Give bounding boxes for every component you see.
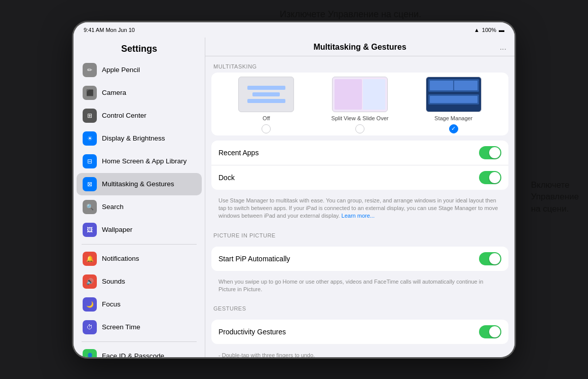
sidebar-label-multitasking: Multitasking & Gestures (102, 180, 174, 188)
panel-header: ... Multitasking & Gestures (205, 38, 514, 56)
battery-label: 100% (482, 27, 496, 33)
sidebar-item-camera[interactable]: ⬛Camera (77, 82, 202, 104)
preview-bar-1 (247, 86, 286, 90)
panel-menu-dots[interactable]: ... (500, 43, 506, 52)
sidebar-icon-home-screen: ⊟ (83, 154, 97, 168)
wifi-icon: ▲ (474, 27, 480, 33)
preview-bar-2 (252, 92, 280, 96)
sidebar-item-multitasking[interactable]: ⊠Multitasking & Gestures (77, 173, 202, 195)
panel-title: Multitasking & Gestures (213, 43, 506, 52)
sidebar-icon-face-id: 👤 (83, 349, 97, 357)
sidebar-label-face-id: Face ID & Passcode (102, 352, 164, 357)
dock-row: Dock (211, 165, 508, 190)
sidebar-item-display-brightness[interactable]: ☀Display & Brightness (77, 127, 202, 150)
sidebar-item-face-id[interactable]: 👤Face ID & Passcode (77, 345, 202, 357)
status-right: ▲ 100% ▬ (474, 27, 504, 33)
sidebar-icon-notifications: 🔔 (83, 252, 97, 266)
gestures-section-label: GESTURES (205, 298, 514, 315)
status-bar: 9:41 AM Mon Jun 10 ▲ 100% ▬ (74, 22, 514, 38)
mode-option-off[interactable]: Off (219, 77, 313, 133)
mode-option-split[interactable]: Split View & Slide Over (313, 77, 407, 133)
mode-label-stage: Stage Manager (434, 115, 472, 121)
preview-bar-3 (247, 99, 286, 103)
mode-preview-stage (426, 77, 482, 112)
right-panel[interactable]: ... Multitasking & Gestures MULTITASKING… (205, 38, 514, 357)
sidebar-label-sounds: Sounds (102, 278, 125, 285)
pip-toggle[interactable] (479, 252, 501, 265)
mode-label-split: Split View & Slide Over (332, 115, 389, 121)
sidebar-icon-search: 🔍 (83, 200, 97, 214)
status-time: 9:41 AM Mon Jun 10 (84, 27, 135, 33)
sidebar-label-apple-pencil: Apple Pencil (102, 66, 140, 74)
recent-apps-row: Recent Apps (211, 141, 508, 165)
split-right (363, 79, 385, 110)
productivity-gestures-label: Productivity Gestures (218, 328, 286, 336)
stage-window-1 (428, 79, 479, 92)
sidebar-icon-apple-pencil: ✏ (83, 63, 97, 77)
sidebar-label-screen-time: Screen Time (102, 323, 140, 331)
mode-label-off: Off (263, 115, 270, 121)
sidebar-icon-display-brightness: ☀ (83, 131, 97, 146)
sidebar-label-notifications: Notifications (102, 255, 139, 262)
multitasking-toggles: Recent Apps Dock (211, 141, 508, 190)
sidebar-item-search[interactable]: 🔍Search (77, 196, 202, 218)
sidebar-icon-multitasking: ⊠ (83, 177, 97, 191)
mode-radio-split[interactable] (355, 124, 364, 133)
sidebar-item-sounds[interactable]: 🔊Sounds (77, 270, 202, 293)
sidebar-item-home-screen[interactable]: ⊟Home Screen & App Library (77, 150, 202, 173)
sidebar-label-camera: Camera (102, 89, 126, 96)
mode-option-stage[interactable]: Stage Manager (407, 77, 500, 133)
sidebar-item-apple-pencil[interactable]: ✏Apple Pencil (77, 59, 202, 81)
sidebar-item-control-center[interactable]: ⊞Control Center (77, 105, 202, 127)
pip-section-label: PICTURE IN PICTURE (205, 225, 514, 242)
pip-toggles: Start PiP Automatically (211, 247, 508, 271)
stage-win-part-1 (430, 81, 453, 90)
ipad-device: 9:41 AM Mon Jun 10 ▲ 100% ▬ Settings ✏Ap… (74, 22, 514, 357)
recent-apps-toggle[interactable] (479, 146, 501, 159)
sidebar-item-screen-time[interactable]: ⏱Screen Time (77, 316, 202, 338)
sidebar-icon-screen-time: ⏱ (83, 320, 97, 334)
sidebar-label-search: Search (102, 203, 124, 211)
recent-apps-label: Recent Apps (218, 149, 259, 157)
mode-preview-split (332, 77, 388, 112)
multitasking-section-label: MULTITASKING (205, 56, 514, 73)
sidebar-icon-wallpaper: 🖼 (83, 223, 97, 237)
split-left (335, 79, 362, 110)
ipad-content: Settings ✏Apple Pencil⬛Camera⊞Control Ce… (74, 38, 514, 357)
sidebar-divider2 (82, 341, 197, 342)
sidebar-icon-focus: 🌙 (83, 297, 97, 312)
sidebar-icon-sounds: 🔊 (83, 274, 97, 289)
sidebar-label-control-center: Control Center (102, 112, 146, 119)
gestures-toggles: Productivity Gestures (211, 320, 508, 344)
mode-radio-stage[interactable] (449, 124, 458, 133)
sidebar-label-wallpaper: Wallpaper (102, 226, 132, 233)
sidebar-item-notifications[interactable]: 🔔Notifications (77, 248, 202, 270)
battery-icon: ▬ (499, 27, 504, 33)
productivity-gestures-desc: - Double-tap with three fingers to undo.… (211, 349, 508, 357)
mode-radio-off[interactable] (262, 124, 271, 133)
stage-win-part-2 (454, 81, 477, 90)
productivity-gestures-row: Productivity Gestures (211, 320, 508, 344)
sidebar-icon-control-center: ⊞ (83, 109, 97, 123)
sidebar-label-home-screen: Home Screen & App Library (102, 157, 187, 165)
stage-window-2 (428, 94, 479, 105)
sidebar-label-display-brightness: Display & Brightness (102, 134, 165, 142)
sidebar-item-focus[interactable]: 🌙Focus (77, 293, 202, 316)
productivity-gestures-toggle[interactable] (479, 325, 501, 338)
pip-label: Start PiP Automatically (218, 255, 290, 263)
callout-top: Изключете Управление на сцени. (280, 9, 421, 20)
callout-right: Включете Управление на сцени. (531, 179, 579, 215)
sidebar-label-focus: Focus (102, 300, 121, 308)
stage-description: Use Stage Manager to multitask with ease… (211, 194, 508, 225)
dock-label: Dock (218, 174, 235, 182)
pip-description: When you swipe up to go Home or use othe… (211, 275, 508, 299)
sidebar-icon-camera: ⬛ (83, 86, 97, 100)
learn-more-link[interactable]: Learn more... (342, 213, 375, 219)
sidebar-item-wallpaper[interactable]: 🖼Wallpaper (77, 219, 202, 241)
pip-row: Start PiP Automatically (211, 247, 508, 271)
sidebar: Settings ✏Apple Pencil⬛Camera⊞Control Ce… (74, 38, 205, 357)
stage-win-part-3 (430, 96, 477, 103)
sidebar-title: Settings (74, 38, 205, 58)
mode-preview-off (238, 77, 294, 112)
dock-toggle[interactable] (479, 171, 501, 184)
